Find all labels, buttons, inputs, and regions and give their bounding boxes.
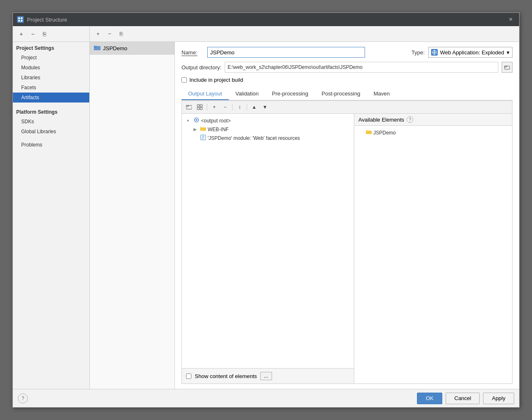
- sidebar-item-facets[interactable]: Facets: [13, 83, 89, 93]
- tab-validation[interactable]: Validation: [229, 88, 265, 100]
- svg-rect-10: [505, 66, 507, 67]
- available-elements-tree: JSPDemo: [354, 126, 512, 383]
- sidebar-copy-button[interactable]: ⎘: [39, 29, 49, 39]
- svg-rect-15: [197, 107, 199, 110]
- output-dir-label: Output directory:: [181, 64, 221, 71]
- name-row: Name: Type: Web Application: Exploded: [181, 47, 512, 58]
- layout-folder-btn[interactable]: [184, 103, 194, 112]
- type-dropdown-left: Web Application: Exploded: [431, 49, 504, 56]
- output-layout-wrapper: + − ↕ ▲ ▼: [181, 100, 512, 384]
- sidebar-add-button[interactable]: +: [16, 29, 26, 39]
- layout-up-btn[interactable]: ▲: [250, 103, 259, 112]
- svg-rect-3: [21, 20, 22, 22]
- cancel-button[interactable]: Cancel: [446, 393, 480, 404]
- svg-rect-2: [18, 20, 20, 22]
- root-icon: [194, 117, 199, 124]
- tab-post-processing[interactable]: Post-processing: [315, 88, 367, 100]
- right-remove-button[interactable]: −: [105, 29, 115, 39]
- right-panel: + − ⎘ JSPDemo Na: [90, 26, 519, 389]
- browse-button[interactable]: [502, 62, 512, 73]
- tree-item-webinf[interactable]: ▶ WEB-INF: [192, 125, 351, 134]
- svg-rect-14: [200, 105, 202, 107]
- show-content-label: Show content of elements: [195, 373, 257, 379]
- toolbar-divider-3: [247, 104, 247, 110]
- title-bar-left: Project Structure: [17, 16, 67, 23]
- available-elements-help-icon[interactable]: ?: [407, 116, 413, 123]
- sidebar-toolbar: + − ⎘: [13, 26, 89, 42]
- sidebar: + − ⎘ Project Settings Project Modules L…: [13, 26, 90, 389]
- available-folder-icon: [366, 129, 372, 136]
- name-label: Name:: [181, 49, 202, 56]
- apply-button[interactable]: Apply: [483, 393, 514, 404]
- show-content-button[interactable]: ...: [260, 372, 272, 380]
- tabs-bar: Output Layout Validation Pre-processing …: [181, 88, 512, 100]
- dialog-title: Project Structure: [27, 17, 67, 23]
- layout-grid-btn[interactable]: [195, 103, 204, 112]
- sidebar-item-libraries[interactable]: Libraries: [13, 73, 89, 83]
- tree-root-item[interactable]: ▾ <output root>: [185, 116, 351, 125]
- output-dir-input[interactable]: [225, 62, 498, 73]
- svg-rect-6: [94, 46, 96, 46]
- include-build-row: Include in project build: [181, 77, 512, 83]
- svg-rect-9: [505, 66, 510, 69]
- sidebar-item-project[interactable]: Project: [13, 53, 89, 63]
- dropdown-arrow-icon: ▾: [507, 49, 510, 56]
- svg-point-18: [196, 119, 197, 121]
- right-toolbar: + − ⎘: [90, 26, 519, 42]
- layout-sort-btn[interactable]: ↕: [235, 103, 244, 112]
- help-button[interactable]: ?: [18, 393, 28, 403]
- right-add-button[interactable]: +: [93, 29, 103, 39]
- available-elements-title: Available Elements: [358, 117, 404, 123]
- project-structure-dialog: Project Structure × + − ⎘ Project Settin…: [12, 12, 520, 408]
- toolbar-divider-2: [232, 104, 233, 110]
- available-item-label: JSPDemo: [373, 130, 396, 136]
- sidebar-remove-button[interactable]: −: [28, 29, 38, 39]
- platform-settings-header: Platform Settings: [13, 106, 89, 117]
- available-elements-panel: Available Elements ? J: [354, 114, 512, 383]
- include-build-checkbox[interactable]: [181, 77, 187, 83]
- available-elements-header: Available Elements ?: [354, 114, 512, 126]
- svg-rect-11: [186, 105, 192, 109]
- module-expand-icon: [194, 136, 199, 140]
- sidebar-item-problems[interactable]: Problems: [13, 140, 89, 150]
- available-expand-icon: [359, 130, 364, 135]
- svg-rect-13: [197, 105, 199, 107]
- webapp-icon: [431, 49, 438, 56]
- layout-remove-btn[interactable]: −: [221, 103, 230, 112]
- ok-button[interactable]: OK: [417, 393, 442, 404]
- tab-pre-processing[interactable]: Pre-processing: [265, 88, 315, 100]
- svg-rect-25: [366, 130, 368, 131]
- title-bar: Project Structure ×: [13, 13, 519, 26]
- layout-toolbar: + − ↕ ▲ ▼: [182, 101, 512, 114]
- type-dropdown[interactable]: Web Application: Exploded ▾: [428, 47, 512, 58]
- artifact-folder-icon: [94, 44, 101, 52]
- layout-down-btn[interactable]: ▼: [260, 103, 270, 112]
- svg-rect-12: [186, 105, 189, 107]
- tab-maven[interactable]: Maven: [367, 88, 396, 100]
- sidebar-item-sdks[interactable]: SDKs: [13, 117, 89, 127]
- show-content-checkbox[interactable]: [186, 374, 191, 379]
- tree-root-label: <output root>: [201, 118, 230, 124]
- module-label: 'JSPDemo' module: 'Web' facet resources: [208, 135, 300, 141]
- tree-item-module[interactable]: 'JSPDemo' module: 'Web' facet resources: [192, 134, 351, 142]
- available-item-jspdemo[interactable]: JSPDemo: [358, 128, 509, 137]
- main-content: + − ⎘ Project Settings Project Modules L…: [13, 26, 519, 389]
- sidebar-item-artifacts[interactable]: Artifacts: [13, 93, 89, 103]
- artifact-item-jspdemo[interactable]: JSPDemo: [90, 42, 174, 55]
- svg-rect-21: [200, 127, 202, 128]
- layout-add-btn[interactable]: +: [210, 103, 219, 112]
- output-tree-panel: ▾ <output root>: [182, 114, 354, 383]
- right-copy-button[interactable]: ⎘: [116, 29, 126, 39]
- name-input[interactable]: [207, 47, 365, 58]
- close-button[interactable]: ×: [507, 15, 515, 24]
- webinf-folder-icon: [200, 126, 206, 133]
- svg-rect-0: [18, 17, 20, 19]
- content-area: Name: Type: Web Application: Exploded: [175, 42, 519, 389]
- type-value: Web Application: Exploded: [440, 49, 504, 56]
- root-expand-icon: ▾: [187, 118, 192, 123]
- tab-output-layout[interactable]: Output Layout: [181, 88, 229, 100]
- output-dir-row: Output directory:: [181, 62, 512, 73]
- artifact-list: JSPDemo: [90, 42, 175, 389]
- sidebar-item-global-libraries[interactable]: Global Libraries: [13, 127, 89, 137]
- sidebar-item-modules[interactable]: Modules: [13, 63, 89, 73]
